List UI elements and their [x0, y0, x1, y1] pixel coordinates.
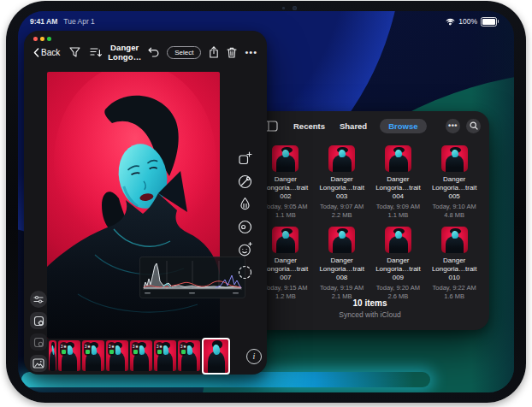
histogram-panel — [139, 257, 245, 298]
info-button[interactable]: i — [246, 349, 262, 364]
status-date: Tue Apr 1 — [63, 17, 95, 26]
editor-toolbar: Back Danger Longo… Select — [24, 42, 267, 62]
minimize-window-dot[interactable] — [40, 37, 44, 41]
file-name: Danger Longoria…trait 005 — [427, 175, 482, 201]
file-date: Today, 9:15 AM — [263, 284, 307, 292]
rating-badge: 3★ — [132, 342, 139, 356]
file-date: Today, 9:09 AM — [376, 203, 420, 210]
library-button[interactable] — [30, 355, 47, 372]
rating-text: 3★ — [61, 344, 67, 349]
file-thumbnail[interactable] — [385, 227, 411, 253]
retouch-tool-icon[interactable] — [237, 241, 253, 257]
tab-shared[interactable]: Shared — [338, 119, 369, 133]
file-name: Danger Longoria…trait 009 — [370, 257, 425, 282]
filmstrip-thumb[interactable]: 3★ — [58, 340, 80, 371]
trash-icon[interactable] — [227, 47, 237, 58]
main-photo-canvas[interactable] — [47, 72, 220, 339]
file-thumbnail[interactable] — [272, 227, 299, 253]
search-icon[interactable] — [466, 119, 481, 133]
ipad-device: 9:41 AM Tue Apr 1 100% RecentsSharedBrow… — [6, 1, 526, 403]
more-circle-icon[interactable]: ••• — [446, 119, 460, 133]
document-title: Danger Longo… — [102, 43, 147, 62]
battery-percent: 100% — [458, 17, 477, 26]
file-thumbnail[interactable] — [272, 145, 299, 172]
undo-icon[interactable] — [147, 47, 159, 57]
rating-badge: 3★ — [60, 342, 68, 356]
thumbnail-art — [389, 236, 408, 253]
filmstrip-thumb[interactable]: 3★ — [154, 340, 176, 371]
file-thumbnail[interactable] — [385, 145, 411, 172]
adjust-tool-icon[interactable] — [237, 196, 253, 212]
file-date: Today, 9:05 AM — [263, 203, 307, 210]
rating-text: 3★ — [157, 344, 163, 349]
file-thumbnail[interactable] — [328, 227, 355, 253]
file-thumbnail[interactable] — [441, 227, 468, 253]
clone-tool-icon[interactable] — [237, 219, 253, 235]
green-tag — [109, 350, 114, 354]
front-camera — [293, 6, 297, 10]
files-toolbar: RecentsSharedBrowse ••• — [251, 111, 489, 140]
battery-icon — [481, 17, 497, 27]
green-tag — [133, 350, 138, 354]
share-icon[interactable] — [209, 46, 219, 58]
file-name: Danger Longoria…trait 008 — [315, 257, 369, 282]
filter-icon[interactable] — [69, 47, 80, 57]
back-button[interactable]: Back — [33, 48, 60, 57]
select-button[interactable]: Select — [167, 46, 201, 59]
sort-icon[interactable] — [90, 47, 102, 57]
file-item[interactable]: Danger Longoria…trait 008 Today, 9:19 AM… — [314, 227, 370, 300]
settings-button[interactable] — [30, 312, 47, 329]
thumbnail-art — [333, 155, 352, 172]
tab-browse[interactable]: Browse — [380, 119, 426, 133]
files-tabs: RecentsSharedBrowse — [292, 119, 427, 133]
close-window-dot[interactable] — [33, 37, 38, 41]
file-date: Today, 9:22 AM — [433, 284, 476, 292]
file-thumbnail[interactable] — [328, 145, 355, 172]
rating-badge: 3★ — [180, 342, 187, 356]
green-tag — [62, 350, 66, 354]
adjustments-button[interactable] — [30, 291, 47, 308]
filmstrip-thumb[interactable] — [49, 340, 56, 371]
more-icon[interactable]: ••• — [245, 50, 257, 55]
rating-text: 3★ — [180, 344, 186, 349]
file-item[interactable]: Danger Longoria…trait 010 Today, 9:22 AM… — [426, 227, 482, 300]
filmstrip: 3★3★3★3★3★3★ — [49, 339, 242, 373]
file-size: 4.8 MB — [444, 211, 464, 219]
thumbnail-art — [333, 236, 352, 253]
files-footer: 10 items Synced with iCloud — [251, 298, 489, 319]
zoom-window-dot[interactable] — [47, 37, 51, 41]
side-button-rail — [30, 291, 47, 372]
green-tag — [157, 350, 162, 354]
tab-recents[interactable]: Recents — [292, 119, 327, 133]
file-item[interactable]: Danger Longoria…trait 009 Today, 9:20 AM… — [370, 227, 427, 300]
file-thumbnail[interactable] — [441, 145, 468, 172]
file-item[interactable]: Danger Longoria…trait 003 Today, 9:07 AM… — [314, 145, 370, 219]
white-balance-tool-icon[interactable] — [237, 174, 253, 190]
window-controls[interactable] — [33, 37, 51, 41]
thumbnail-art — [276, 236, 295, 253]
filmstrip-thumb[interactable]: 3★ — [130, 340, 152, 371]
filmstrip-thumb[interactable]: 3★ — [106, 340, 128, 371]
file-item[interactable]: Danger Longoria…trait 005 Today, 9:10 AM… — [426, 145, 482, 219]
file-item[interactable]: Danger Longoria…trait 004 Today, 9:09 AM… — [370, 145, 427, 219]
compare-button[interactable] — [30, 333, 47, 351]
filmstrip-thumb-selected[interactable] — [202, 338, 230, 375]
green-tag — [181, 350, 186, 354]
rating-text: 3★ — [133, 344, 139, 349]
filmstrip-thumb[interactable]: 3★ — [82, 340, 104, 371]
enhance-tool-icon[interactable] — [237, 150, 253, 167]
file-name: Danger Longoria…trait 010 — [427, 257, 482, 282]
files-window: RecentsSharedBrowse ••• Danger Longoria…… — [251, 111, 489, 330]
file-date: Today, 9:10 AM — [433, 203, 476, 210]
selection-tool-icon[interactable] — [237, 264, 253, 280]
wifi-icon — [446, 18, 455, 26]
rating-text: 3★ — [85, 344, 91, 349]
filmstrip-thumb[interactable]: 3★ — [178, 340, 200, 371]
file-size: 1.1 MB — [387, 211, 408, 219]
file-date: Today, 9:20 AM — [376, 284, 420, 292]
file-name: Danger Longoria…trait 004 — [370, 175, 425, 201]
thumbnail-art — [389, 155, 408, 172]
file-size: 2.2 MB — [332, 211, 352, 219]
status-bar: 9:41 AM Tue Apr 1 100% — [18, 15, 514, 28]
photo-editor-window: Back Danger Longo… Select — [24, 31, 267, 375]
